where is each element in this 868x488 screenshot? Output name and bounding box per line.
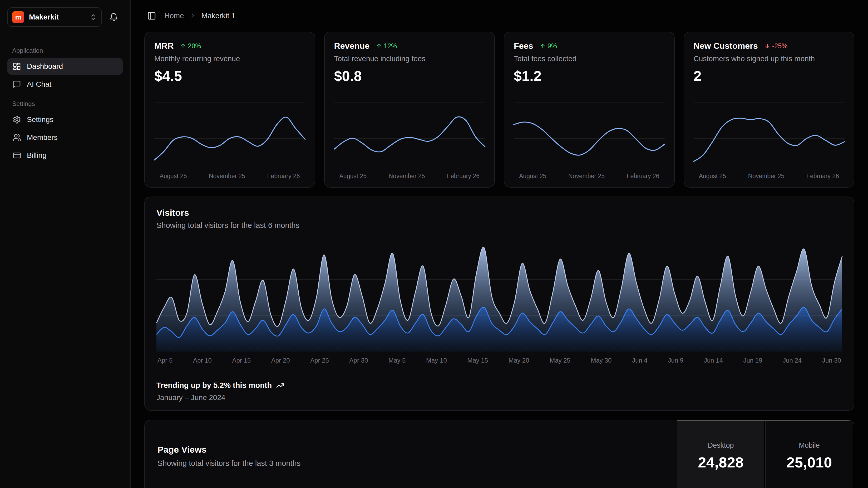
visitors-x-label: May 15 <box>467 357 488 364</box>
visitors-x-label: Jun 24 <box>783 357 802 364</box>
users-icon <box>13 133 21 142</box>
sparkline-x-axis: August 25 November 25 February 26 <box>334 168 485 182</box>
visitors-title: Visitors <box>156 208 842 218</box>
new-customers-sparkline <box>694 109 844 168</box>
credit-card-icon <box>13 151 21 160</box>
visitors-x-label: May 25 <box>550 357 570 364</box>
visitors-x-label: Apr 15 <box>232 357 251 364</box>
sidebar-item-ai-chat[interactable]: AI Chat <box>7 76 123 93</box>
visitors-x-label: Jun 19 <box>743 357 762 364</box>
page-views-subtitle: Showing total visitors for the last 3 mo… <box>157 459 301 468</box>
page-views-desktop-toggle[interactable]: Desktop 24,828 <box>677 420 765 488</box>
stat-value: $1.2 <box>514 68 665 84</box>
visitors-x-label: May 5 <box>389 357 406 364</box>
stat-card-revenue: Revenue 12% Total revenue including fees… <box>324 32 495 188</box>
breadcrumb: Home Makerkit 1 <box>144 8 854 23</box>
visitors-x-label: Apr 5 <box>157 357 173 364</box>
sidebar-section-settings: Settings <box>7 100 123 108</box>
arrow-up-icon <box>180 43 186 49</box>
workspace-selector[interactable]: m Makerkit <box>7 7 102 27</box>
visitors-area-chart <box>156 243 842 351</box>
notifications-button[interactable] <box>105 8 123 26</box>
sidebar-toggle-button[interactable] <box>144 8 159 23</box>
stat-delta-badge: 12% <box>376 42 397 50</box>
stat-title: MRR <box>154 41 174 51</box>
stat-cards-row: MRR 20% Monthly recurring revenue $4.5 A… <box>144 32 854 188</box>
stat-subtitle: Total fees collected <box>514 55 665 63</box>
bell-icon <box>109 13 118 22</box>
workspace-name: Makerkit <box>29 13 85 21</box>
gear-icon <box>13 115 21 124</box>
sidebar-item-label: Members <box>27 133 58 142</box>
sidebar-section-application: Application <box>7 47 123 54</box>
sidebar: m Makerkit Application Dashboard AI Chat… <box>0 0 131 488</box>
sidebar-item-label: AI Chat <box>27 80 51 89</box>
visitors-trend-text: Trending up by 5.2% this month <box>156 381 272 390</box>
sidebar-item-billing[interactable]: Billing <box>7 147 123 164</box>
visitors-x-label: Apr 10 <box>193 357 212 364</box>
sidebar-item-members[interactable]: Members <box>7 129 123 146</box>
page-views-card: Page Views Showing total visitors for th… <box>144 420 854 488</box>
visitors-x-label: May 20 <box>508 357 529 364</box>
sparkline-chart <box>514 102 665 168</box>
mrr-sparkline <box>154 109 305 168</box>
visitors-footer: Trending up by 5.2% this month January –… <box>145 374 854 410</box>
visitors-x-label: Jun 14 <box>704 357 723 364</box>
sidebar-item-label: Dashboard <box>27 62 63 70</box>
arrow-up-icon <box>539 43 546 49</box>
sidebar-item-label: Settings <box>27 115 54 124</box>
stat-title: Revenue <box>334 41 370 51</box>
stat-title: New Customers <box>694 41 758 51</box>
stat-delta-badge: 9% <box>539 42 557 50</box>
chat-icon <box>13 80 21 89</box>
stat-value: 2 <box>694 68 844 84</box>
page-views-mobile-toggle[interactable]: Mobile 25,010 <box>765 420 854 488</box>
workspace-row: m Makerkit <box>7 7 123 27</box>
trending-up-icon <box>276 381 284 390</box>
visitors-x-label: Jun 9 <box>668 357 683 364</box>
stat-delta-badge: 20% <box>180 42 201 50</box>
sidebar-item-settings[interactable]: Settings <box>7 111 123 128</box>
sparkline-chart <box>334 102 485 168</box>
chevron-right-icon <box>189 12 196 19</box>
sparkline-chart <box>154 102 305 168</box>
stat-subtitle: Monthly recurring revenue <box>154 55 305 63</box>
makerkit-logo: m <box>12 11 24 23</box>
stat-subtitle: Customers who signed up this month <box>694 55 844 63</box>
stat-value: $4.5 <box>154 68 305 84</box>
visitors-x-axis: Apr 5Apr 10Apr 15Apr 20Apr 25Apr 30May 5… <box>156 351 842 369</box>
stat-card-mrr: MRR 20% Monthly recurring revenue $4.5 A… <box>144 32 315 188</box>
sidebar-item-dashboard[interactable]: Dashboard <box>7 58 123 75</box>
visitors-subtitle: Showing total visitors for the last 6 mo… <box>156 221 842 230</box>
arrow-up-icon <box>376 43 382 49</box>
stat-card-fees: Fees 9% Total fees collected $1.2 August… <box>504 32 675 188</box>
stat-subtitle: Total revenue including fees <box>334 55 485 63</box>
page-views-title: Page Views <box>157 444 301 455</box>
breadcrumb-home[interactable]: Home <box>164 11 184 20</box>
sidebar-item-label: Billing <box>27 151 46 160</box>
visitors-date-range: January – June 2024 <box>156 394 842 402</box>
visitors-x-label: Jun 30 <box>822 357 841 364</box>
dashboard-icon <box>13 62 21 70</box>
visitors-x-label: Apr 30 <box>349 357 368 364</box>
visitors-x-label: Jun 4 <box>632 357 648 364</box>
sparkline-x-axis: August 25 November 25 February 26 <box>694 168 844 182</box>
visitors-x-label: Apr 25 <box>310 357 329 364</box>
visitors-x-label: May 10 <box>426 357 447 364</box>
arrow-down-icon <box>764 43 771 49</box>
sparkline-chart <box>694 102 844 168</box>
breadcrumb-current: Makerkit 1 <box>202 11 236 20</box>
stat-delta-badge: -25% <box>764 42 787 50</box>
chevrons-up-down-icon <box>90 13 97 21</box>
stat-title: Fees <box>514 41 533 51</box>
sparkline-x-axis: August 25 November 25 February 26 <box>514 168 665 182</box>
visitors-card: Visitors Showing total visitors for the … <box>144 197 854 411</box>
sparkline-x-axis: August 25 November 25 February 26 <box>154 168 305 182</box>
stat-card-new-customers: New Customers -25% Customers who signed … <box>684 32 855 188</box>
main-content: Home Makerkit 1 MRR 20% Monthly recurrin… <box>131 0 868 488</box>
revenue-sparkline <box>334 109 485 168</box>
visitors-x-label: May 30 <box>591 357 612 364</box>
page-views-toggles: Desktop 24,828 Mobile 25,010 <box>677 420 854 488</box>
fees-sparkline <box>514 109 665 168</box>
panel-left-icon <box>147 11 156 20</box>
